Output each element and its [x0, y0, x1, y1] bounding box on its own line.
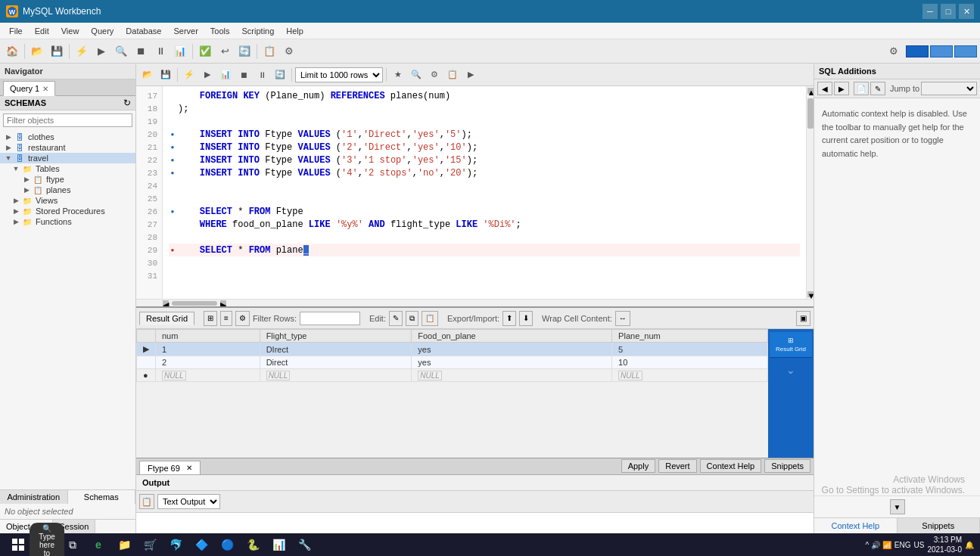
- tb-explain[interactable]: 🔍: [112, 42, 130, 61]
- taskbar-chrome[interactable]: 🔵: [215, 535, 239, 554]
- jump-to-select[interactable]: [921, 82, 977, 95]
- taskbar-extra[interactable]: 🔧: [292, 535, 316, 554]
- minimize-button[interactable]: ─: [922, 4, 938, 19]
- maximize-button[interactable]: □: [941, 4, 956, 19]
- sql-nav-back[interactable]: ◀: [817, 82, 832, 95]
- tb-stop[interactable]: ⏹: [132, 42, 150, 61]
- view-toggle-2[interactable]: [930, 45, 953, 57]
- hscroll-left[interactable]: ◀: [163, 300, 169, 306]
- taskbar-explorer[interactable]: 📁: [112, 535, 136, 554]
- code-content[interactable]: FOREIGN KEY (Plane_num) REFERENCES plane…: [163, 86, 806, 299]
- code-editor[interactable]: 17 18 19 20 21 22 23 24 25 26 27 28 29 3…: [136, 86, 806, 299]
- col-header-flight-type[interactable]: Flight_type: [260, 330, 412, 343]
- view-toggle-3[interactable]: [954, 45, 977, 57]
- tree-item-tables[interactable]: ▼ 📁 Tables: [0, 163, 135, 174]
- menu-view[interactable]: View: [55, 25, 86, 37]
- menu-tools[interactable]: Tools: [204, 25, 236, 37]
- revert-btn[interactable]: Revert: [658, 459, 696, 473]
- result-grid-view-btn[interactable]: ⊞: [204, 311, 217, 326]
- menu-database[interactable]: Database: [120, 25, 167, 37]
- apply-btn[interactable]: Apply: [621, 459, 656, 473]
- table-row-2[interactable]: 2 Direct yes 10: [137, 356, 768, 369]
- scroll-down[interactable]: ▼: [807, 291, 814, 297]
- qtb-more2[interactable]: ▶: [462, 67, 479, 83]
- editor-scrollbar[interactable]: ▲ ▼: [806, 86, 814, 299]
- qtb-refresh[interactable]: 🔄: [272, 67, 288, 83]
- taskbar-vscode[interactable]: 🔷: [189, 535, 213, 554]
- tb-save[interactable]: 💾: [48, 42, 66, 61]
- tree-item-restaurant[interactable]: ▶ 🗄 restaurant: [0, 142, 135, 153]
- table-row-null[interactable]: ● NULL NULL NULL NULL: [137, 369, 768, 382]
- edit-paste-btn[interactable]: 📋: [422, 311, 438, 326]
- tb-auto-commit[interactable]: 🔄: [235, 42, 254, 61]
- taskbar-search[interactable]: 🔍 Type here to search: [35, 535, 59, 554]
- menu-server[interactable]: Server: [167, 25, 204, 37]
- editor-hscrollbar[interactable]: ◀ ▶: [136, 299, 814, 306]
- qtb-star[interactable]: ★: [390, 67, 406, 83]
- sql-nav-forward[interactable]: ▶: [834, 82, 849, 95]
- tree-item-ftype[interactable]: ▶ 📋 ftype: [0, 174, 135, 185]
- tb-open[interactable]: 📂: [28, 42, 46, 61]
- menu-file[interactable]: File: [3, 25, 29, 37]
- qtb-explain[interactable]: 📊: [217, 67, 234, 83]
- hscroll-thumb[interactable]: [172, 301, 217, 306]
- filter-rows-input[interactable]: [300, 312, 360, 325]
- col-header-plane-num[interactable]: Plane_num: [612, 330, 768, 343]
- output-tab-close[interactable]: ✕: [186, 464, 192, 472]
- import-btn[interactable]: ⬇: [519, 311, 533, 326]
- tb-format[interactable]: 📋: [260, 42, 278, 61]
- tb-commit[interactable]: ✅: [196, 42, 214, 61]
- tb-execute-sel[interactable]: ▶: [92, 42, 110, 61]
- tb-more[interactable]: ⚙: [280, 42, 298, 61]
- qtb-view[interactable]: 📋: [444, 67, 461, 83]
- tree-item-views[interactable]: ▶ 📁 Views: [0, 195, 135, 206]
- output-type-select[interactable]: Text Output: [157, 494, 220, 509]
- taskbar-excel[interactable]: 📊: [266, 535, 291, 554]
- taskbar-store[interactable]: 🛒: [138, 535, 162, 554]
- tree-item-travel[interactable]: ▼ 🗄 travel: [0, 153, 135, 163]
- tree-item-stored-procs[interactable]: ▶ 📁 Stored Procedures: [0, 206, 135, 216]
- taskbar-mysql[interactable]: 🐬: [163, 535, 188, 554]
- qtb-filter[interactable]: ⚙: [426, 67, 443, 83]
- limit-rows-select[interactable]: Limit to 1000 rows: [295, 67, 383, 82]
- sql-nav-btn2[interactable]: ✎: [870, 82, 885, 95]
- qtb-execute-all[interactable]: ⚡: [181, 67, 198, 83]
- start-button[interactable]: [3, 535, 33, 554]
- menu-query[interactable]: Query: [85, 25, 120, 37]
- nav-tab-admin[interactable]: Administration: [0, 490, 68, 504]
- qtb-stop[interactable]: ⏹: [235, 67, 252, 83]
- tb-rollback[interactable]: ↩: [216, 42, 234, 61]
- scroll-up[interactable]: ▲: [807, 88, 814, 94]
- tb-stop2[interactable]: ⏸: [151, 42, 170, 61]
- output-copy-btn[interactable]: 📋: [139, 494, 154, 509]
- result-grid-btn[interactable]: ⊞ Result Grid: [770, 332, 812, 358]
- qtb-save[interactable]: 💾: [157, 67, 174, 83]
- view-toggle-1[interactable]: [906, 45, 929, 57]
- tb-home[interactable]: 🏠: [3, 42, 21, 61]
- sql-scroll-down-btn[interactable]: ▼: [890, 499, 905, 514]
- result-toggle-btn[interactable]: ▣: [796, 311, 810, 326]
- filter-objects-input[interactable]: [3, 113, 132, 127]
- nav-tab-schemas[interactable]: Schemas: [68, 490, 136, 504]
- query-tab-close[interactable]: ✕: [42, 85, 48, 93]
- result-form-btn[interactable]: ≡: [220, 311, 232, 326]
- taskbar-python[interactable]: 🐍: [241, 535, 265, 554]
- output-tab-ftype[interactable]: Ftype 69 ✕: [139, 461, 201, 474]
- col-header-food[interactable]: Food_on_plane: [412, 330, 612, 343]
- tb-execute[interactable]: ⚡: [73, 42, 91, 61]
- close-button[interactable]: ✕: [959, 4, 974, 19]
- qtb-open[interactable]: 📂: [139, 67, 156, 83]
- tree-item-clothes[interactable]: ▶ 🗄 clothes: [0, 132, 135, 142]
- qtb-execute-sel[interactable]: ▶: [199, 67, 216, 83]
- hscroll-right[interactable]: ▶: [220, 300, 226, 306]
- taskbar-edge[interactable]: e: [86, 535, 110, 554]
- context-help-btn[interactable]: Context Help: [700, 459, 762, 473]
- qtb-toggle[interactable]: ⏸: [254, 67, 270, 83]
- query-tab[interactable]: Query 1 ✕: [3, 81, 55, 96]
- menu-edit[interactable]: Edit: [29, 25, 55, 37]
- qtb-search[interactable]: 🔍: [408, 67, 425, 83]
- refresh-schemas[interactable]: ↻: [123, 98, 131, 108]
- result-tab-grid[interactable]: Result Grid: [139, 312, 194, 325]
- export-btn[interactable]: ⬆: [502, 311, 516, 326]
- tree-item-planes[interactable]: ▶ 📋 planes: [0, 185, 135, 195]
